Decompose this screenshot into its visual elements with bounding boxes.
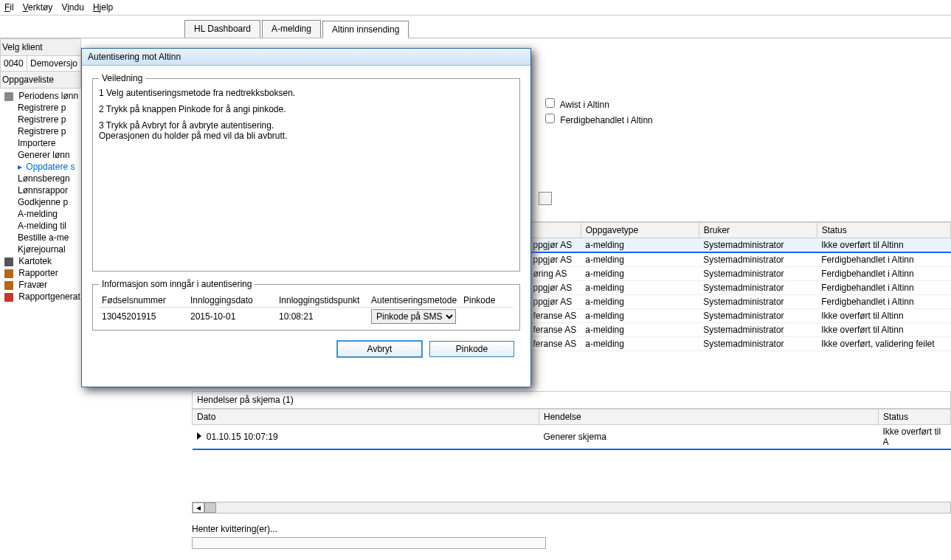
guide-fieldset: Veiledning 1 Velg autentiseringsmetode f… (92, 73, 520, 272)
cell-user: Systemadministrator (699, 267, 817, 281)
tree-item[interactable]: Lønnsrappor (0, 184, 81, 196)
table-row[interactable]: ppgjør ASa-meldingSystemadministratorFer… (529, 295, 951, 309)
cell-client: feranse AS (529, 309, 581, 323)
auth-method-select[interactable]: Pinkode på SMS (371, 309, 456, 324)
events-col-event[interactable]: Hendelse (539, 409, 879, 425)
checkbox-avvist-input[interactable] (545, 98, 555, 108)
table-row[interactable]: feranse ASa-meldingSystemadministratorIk… (529, 337, 951, 351)
tree-node-label: Kartotek (18, 256, 52, 266)
cell-user: Systemadministrator (699, 252, 817, 267)
tree-item[interactable]: Registrere p (0, 114, 81, 125)
event-name: Generer skjema (539, 425, 879, 450)
table-row[interactable]: ppgjør ASa-meldingSystemadministratorIkk… (529, 238, 951, 253)
cell-user: Systemadministrator (699, 337, 817, 351)
scroll-left-icon[interactable]: ◂ (193, 502, 204, 513)
table-row[interactable]: øring ASa-meldingSystemadministratorFerd… (529, 267, 951, 281)
tree-kartotek[interactable]: Kartotek (0, 255, 81, 267)
cell-type: a-melding (581, 267, 699, 281)
tree-item[interactable]: Generer lønn (0, 149, 81, 161)
checkbox-avvist[interactable]: Awist i Altinn (542, 96, 653, 110)
tree-item[interactable]: Registrere p (0, 102, 81, 114)
cell-user: Systemadministrator (699, 238, 817, 253)
guide-line: Operasjonen du holder på med vil da bli … (99, 131, 513, 141)
tree-node-label: Fravær (18, 280, 47, 290)
task-tree: Periodens lønn Registrere p Registrere p… (0, 89, 81, 304)
col-status[interactable]: Status (817, 223, 950, 238)
tree-rapportgenerator[interactable]: Rapportgenerat (0, 291, 81, 303)
cell-type: a-melding (581, 309, 699, 323)
client-code[interactable]: 0040 (1, 56, 27, 71)
small-toolbar-button[interactable] (539, 192, 552, 205)
event-row[interactable]: 01.10.15 10:07:19 Generer skjema Ikke ov… (193, 425, 951, 450)
col-type[interactable]: Oppgavetype (581, 223, 699, 238)
tree-item[interactable]: Godkjenne p (0, 196, 81, 208)
guide-line: 2 Trykk på knappen Pinkode for å angi pi… (99, 104, 513, 114)
table-row[interactable]: ppgjør ASa-meldingSystemadministratorFer… (529, 252, 951, 267)
menu-vindu[interactable]: Vindu (61, 2, 84, 13)
cancel-button[interactable]: Avbryt (337, 341, 422, 357)
tree-node-label: Periodens lønn (18, 91, 78, 101)
cell-client: feranse AS (529, 337, 581, 351)
checkbox-ferdig-input[interactable] (545, 114, 555, 123)
menu-hjelp[interactable]: Hjelp (93, 2, 113, 13)
tree-periodens-lonn[interactable]: Periodens lønn (0, 90, 81, 102)
info-col-fnr: Fødselsnummer (99, 294, 187, 308)
progress-bar (192, 537, 546, 549)
cell-status: Ikke overført, validering feilet (817, 337, 950, 351)
cell-status: Ikke overført til Altinn (817, 323, 950, 337)
calendar-icon (4, 269, 13, 278)
cell-client: ppgjør AS (529, 252, 581, 267)
col-user[interactable]: Bruker (699, 223, 817, 238)
events-panel: Hendelser på skjema (1) Dato Hendelse St… (192, 391, 951, 514)
tab-bar: HL Dashboard A-melding Altinn innsending (0, 15, 951, 38)
tree-item[interactable]: Importere (0, 137, 81, 149)
cell-type: a-melding (581, 295, 699, 309)
guide-line: 3 Trykk på Avbryt for å avbryte autentis… (99, 120, 513, 131)
info-fnr: 13045201915 (99, 308, 187, 326)
cell-status: Ferdigbehandlet i Altinn (817, 267, 950, 281)
velg-klient-label: Velg klient (0, 38, 81, 56)
menu-bar: Fil Verktøy Vindu Hjelp (0, 0, 951, 15)
cell-user: Systemadministrator (699, 295, 817, 309)
tab-hl-dashboard[interactable]: HL Dashboard (184, 20, 260, 38)
events-col-date[interactable]: Dato (193, 409, 539, 425)
cell-user: Systemadministrator (699, 309, 817, 323)
events-col-status[interactable]: Status (879, 409, 951, 425)
tree-item[interactable]: A-melding til (0, 220, 81, 232)
tree-item[interactable]: Registrere p (0, 125, 81, 137)
dialog-title[interactable]: Autentisering mot Altinn (82, 49, 530, 66)
scroll-thumb[interactable] (204, 502, 216, 513)
tree-item-selected[interactable]: ▸ Oppdatere s (0, 161, 81, 173)
cell-status: Ikke overført til Altinn (817, 309, 950, 323)
cell-type: a-melding (581, 281, 699, 295)
horizontal-scrollbar[interactable]: ◂ (192, 502, 951, 514)
cell-client: ppgjør AS (529, 295, 581, 309)
menu-verktoy[interactable]: Verktøy (23, 2, 53, 13)
tree-item[interactable]: A-melding (0, 208, 81, 220)
menu-fil[interactable]: Fil (4, 2, 14, 13)
info-col-date: Innloggingsdato (187, 294, 276, 308)
checkbox-ferdig[interactable]: Ferdigbehandlet i Altinn (542, 111, 653, 125)
table-row[interactable]: feranse ASa-meldingSystemadministratorIk… (529, 309, 951, 323)
tree-rapporter[interactable]: Rapporter (0, 267, 81, 279)
submissions-table: Oppgavetype Bruker Status ppgjør ASa-mel… (528, 221, 951, 351)
col-client[interactable] (529, 223, 581, 238)
cell-user: Systemadministrator (699, 281, 817, 295)
checkbox-label: Awist i Altinn (560, 100, 609, 110)
guide-text: 1 Velg autentiseringsmetode fra nedtrekk… (99, 88, 513, 266)
info-method[interactable]: Pinkode på SMS (368, 308, 460, 326)
cell-type: a-melding (581, 337, 699, 351)
tab-altinn-innsending[interactable]: Altinn innsending (322, 21, 409, 38)
client-name[interactable]: Demoversjo (27, 56, 80, 71)
tab-a-melding[interactable]: A-melding (262, 20, 321, 38)
info-pin (460, 308, 513, 326)
table-row[interactable]: feranse ASa-meldingSystemadministratorIk… (529, 323, 951, 337)
bar-chart-icon (4, 293, 13, 302)
tree-item[interactable]: Bestille a-me (0, 232, 81, 243)
table-row[interactable]: ppgjør ASa-meldingSystemadministratorFer… (529, 281, 951, 295)
tree-item[interactable]: Lønnsberegn (0, 173, 81, 184)
tree-item[interactable]: Kjørejournal (0, 243, 81, 255)
tree-fravaer[interactable]: Fravær (0, 279, 81, 291)
pinkode-button[interactable]: Pinkode (429, 341, 514, 357)
row-indicator-icon (197, 432, 201, 440)
